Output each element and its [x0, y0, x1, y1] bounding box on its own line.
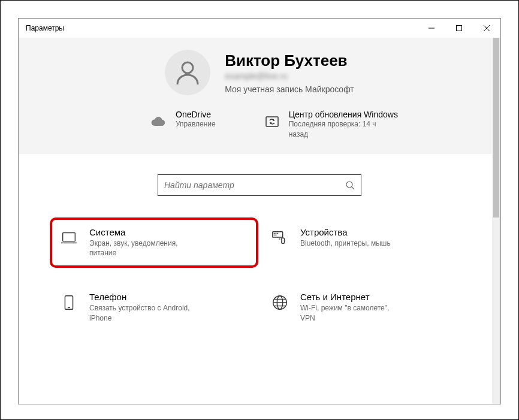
update-title: Центр обновления Windows — [289, 110, 398, 119]
window-controls — [418, 19, 500, 38]
category-network[interactable]: Сеть и Интернет Wi-Fi, режим "в самолете… — [265, 287, 464, 328]
search-icon — [345, 180, 355, 190]
windows-update-shortcut[interactable]: Центр обновления Windows Последняя прове… — [264, 110, 398, 140]
window-title: Параметры — [26, 24, 64, 32]
svg-line-7 — [352, 187, 354, 189]
user-name: Виктор Бухтеев — [225, 52, 354, 70]
shortcuts-row: OneDrive Управление Центр обновления Win… — [19, 110, 500, 140]
update-sub: Последняя проверка: 14 ч назад — [289, 119, 379, 140]
close-button[interactable] — [473, 19, 500, 38]
svg-rect-10 — [273, 231, 283, 237]
category-sub: Связать устройство с Android, iPhone — [89, 303, 191, 324]
minimize-button[interactable] — [418, 19, 445, 38]
category-sub: Bluetooth, принтеры, мышь — [300, 238, 391, 249]
account-link[interactable]: Моя учетная запись Майкрософт — [225, 84, 354, 94]
titlebar: Параметры — [19, 19, 500, 38]
onedrive-title: OneDrive — [176, 110, 216, 119]
category-title: Сеть и Интернет — [300, 292, 402, 302]
user-avatar-icon[interactable] — [165, 50, 210, 95]
laptop-icon — [59, 228, 79, 247]
search-area — [19, 154, 500, 210]
user-info: Виктор Бухтеев example@live.ru Моя учетн… — [225, 52, 354, 94]
svg-rect-1 — [457, 26, 462, 31]
categories-grid: Система Экран, звук, уведомления, питани… — [19, 210, 500, 328]
phone-icon — [59, 293, 79, 312]
category-phone[interactable]: Телефон Связать устройство с Android, iP… — [55, 287, 254, 328]
svg-point-6 — [346, 182, 352, 188]
category-title: Устройства — [300, 227, 391, 237]
user-section: Виктор Бухтеев example@live.ru Моя учетн… — [19, 50, 500, 95]
update-icon — [264, 113, 280, 130]
search-box[interactable] — [158, 174, 361, 196]
category-title: Телефон — [89, 292, 191, 302]
category-devices[interactable]: Устройства Bluetooth, принтеры, мышь — [265, 222, 464, 264]
globe-icon — [270, 293, 289, 312]
devices-icon — [270, 228, 289, 247]
svg-rect-5 — [266, 117, 278, 126]
maximize-button[interactable] — [445, 19, 473, 38]
category-sub: Wi-Fi, режим "в самолете", VPN — [300, 303, 402, 324]
category-system[interactable]: Система Экран, звук, уведомления, питани… — [50, 217, 258, 268]
search-input[interactable] — [164, 180, 345, 190]
svg-rect-8 — [63, 232, 76, 241]
scrollbar-thumb[interactable] — [493, 38, 499, 217]
onedrive-sub: Управление — [176, 119, 216, 129]
svg-point-4 — [182, 62, 193, 73]
category-sub: Экран, звук, уведомления, питание — [89, 238, 191, 259]
scrollbar[interactable] — [492, 38, 500, 404]
onedrive-shortcut[interactable]: OneDrive Управление — [150, 110, 216, 140]
settings-window: Параметры Виктор Бухтеев example — [18, 18, 501, 404]
user-email: example@live.ru — [225, 71, 354, 81]
header-panel: Виктор Бухтеев example@live.ru Моя учетн… — [19, 38, 500, 154]
cloud-icon — [150, 113, 167, 130]
category-title: Система — [89, 227, 191, 237]
